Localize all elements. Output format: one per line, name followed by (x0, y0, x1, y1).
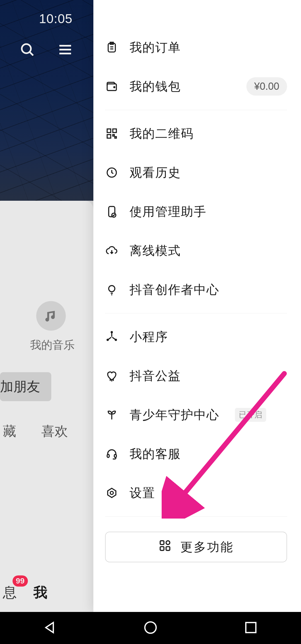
side-drawer: 我的订单 我的钱包 ¥0.00 我的二维码 观看历史 使 (93, 0, 301, 612)
svg-rect-10 (107, 129, 111, 133)
svg-rect-29 (114, 454, 116, 457)
nav-back-icon[interactable] (43, 620, 58, 636)
wallet-balance: ¥0.00 (246, 77, 287, 96)
svg-rect-28 (107, 454, 109, 457)
menu-item-youth-mode[interactable]: 青少年守护中心 已开启 (105, 395, 287, 434)
headset-icon (105, 447, 118, 461)
menu-item-history[interactable]: 观看历史 (105, 153, 287, 192)
divider (105, 110, 287, 110)
svg-marker-38 (46, 623, 53, 633)
more-features-label: 更多功能 (180, 539, 234, 555)
heart-icon (105, 369, 118, 382)
menu-item-miniapps[interactable]: 小程序 (105, 317, 287, 356)
qrcode-icon (105, 127, 118, 140)
menu-item-customer-service[interactable]: 我的客服 (105, 434, 287, 473)
svg-point-24 (115, 339, 116, 340)
menu-label: 青少年守护中心 (130, 407, 219, 423)
menu-label: 我的钱包 (130, 78, 181, 95)
menu-item-qrcode[interactable]: 我的二维码 (105, 114, 287, 153)
android-nav-bar (0, 612, 301, 644)
svg-rect-13 (113, 135, 115, 136)
svg-rect-11 (113, 129, 116, 133)
clock-icon (105, 166, 118, 179)
menu-label: 抖音创作者中心 (130, 282, 219, 298)
sprout-icon (105, 408, 118, 422)
clipboard-icon (105, 41, 118, 54)
menu-label: 我的二维码 (130, 125, 194, 142)
menu-label: 使用管理助手 (130, 204, 207, 220)
svg-point-31 (110, 492, 113, 495)
menu-item-charity[interactable]: 抖音公益 (105, 356, 287, 395)
menu-label: 观看历史 (130, 164, 181, 181)
svg-rect-33 (166, 547, 169, 550)
menu-item-wallet[interactable]: 我的钱包 ¥0.00 (105, 67, 287, 106)
divider (105, 516, 287, 517)
svg-rect-34 (160, 547, 164, 550)
miniapp-icon (105, 330, 118, 343)
svg-point-35 (166, 541, 169, 544)
menu-item-offline[interactable]: 离线模式 (105, 231, 287, 270)
menu-label: 我的订单 (130, 39, 181, 56)
svg-point-39 (145, 622, 156, 633)
menu-label: 设置 (130, 485, 155, 501)
menu-label: 离线模式 (130, 243, 181, 259)
menu-item-settings[interactable]: 设置 (105, 473, 287, 512)
nav-recent-icon[interactable] (243, 620, 258, 636)
svg-rect-14 (115, 137, 116, 138)
divider (105, 313, 287, 313)
menu-item-creator-center[interactable]: 抖音创作者中心 (105, 270, 287, 309)
svg-point-22 (111, 331, 112, 333)
svg-point-18 (109, 285, 115, 292)
menu-item-orders[interactable]: 我的订单 (105, 28, 287, 67)
phone-check-icon (105, 205, 118, 218)
menu-item-assistant[interactable]: 使用管理助手 (105, 192, 287, 231)
lightbulb-icon (105, 283, 118, 296)
more-features-button[interactable]: 更多功能 (105, 532, 287, 562)
menu-label: 小程序 (130, 329, 168, 345)
svg-rect-12 (107, 135, 111, 138)
nav-home-icon[interactable] (143, 620, 158, 636)
grid-icon (159, 539, 171, 555)
menu-label: 我的客服 (130, 446, 181, 462)
svg-point-9 (114, 87, 115, 88)
youth-mode-status-tag: 已开启 (235, 408, 266, 422)
svg-marker-30 (108, 488, 116, 498)
menu-label: 抖音公益 (130, 368, 181, 384)
svg-rect-40 (246, 623, 256, 633)
svg-rect-32 (160, 541, 164, 544)
wallet-icon (105, 80, 118, 93)
settings-icon (105, 486, 118, 500)
cloud-download-icon (105, 244, 118, 257)
svg-point-23 (107, 339, 108, 340)
